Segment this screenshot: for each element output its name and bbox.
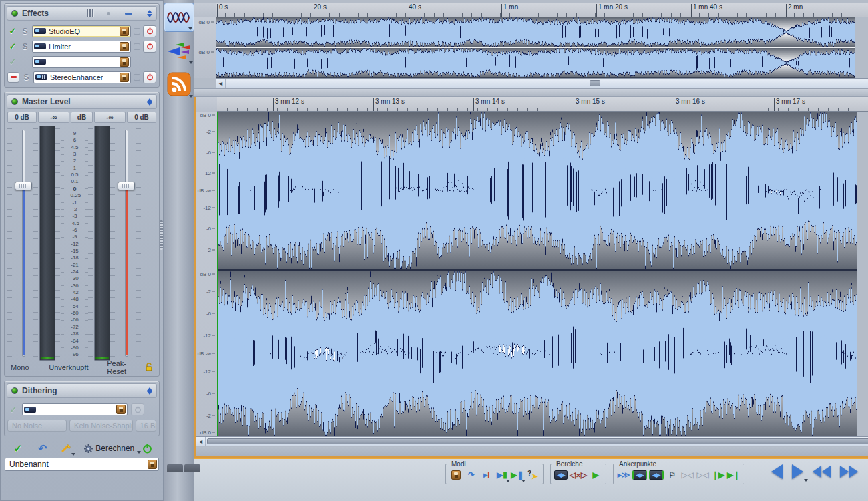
effect-power-button[interactable] <box>143 41 156 53</box>
drag-grip-icon[interactable] <box>87 9 93 17</box>
effect-enable-check[interactable]: ✓ <box>7 41 18 51</box>
preset-icon[interactable] <box>120 27 129 36</box>
bypass-box[interactable] <box>134 74 140 81</box>
play-button[interactable] <box>792 464 803 479</box>
overview-scroll-track[interactable] <box>226 79 868 88</box>
solo-button[interactable]: S <box>21 27 29 36</box>
dithering-option-button[interactable]: Kein Noise-Shaping <box>69 420 133 432</box>
tab-podcast-view[interactable] <box>164 69 194 99</box>
select-audio-button[interactable]: ◀▶ <box>554 468 568 482</box>
save-preset-icon[interactable] <box>148 460 157 469</box>
preset-icon[interactable] <box>116 405 126 414</box>
preset-icon[interactable] <box>120 73 129 82</box>
anchor-to-play-button[interactable]: ▷◁ <box>696 468 710 482</box>
preset-name-input[interactable] <box>9 460 148 469</box>
remove-effect-button[interactable] <box>7 72 19 83</box>
collapse-expand-icon[interactable] <box>147 98 152 106</box>
scroll-left-arrow-icon[interactable]: ◄ <box>216 79 226 88</box>
play-to-anchor-button[interactable]: ▷◁ <box>681 468 694 482</box>
db-unit-box[interactable]: dB <box>71 112 93 123</box>
main-time-ruler[interactable]: 3 mn 12 s3 mn 13 s3 mn 14 s3 mn 15 s3 mn… <box>217 97 868 112</box>
preset-icon[interactable] <box>120 57 129 67</box>
dithering-option-button[interactable]: No Noise <box>7 420 67 432</box>
preset-icon[interactable] <box>120 42 129 51</box>
effect-slot[interactable]: StereoEnhancer <box>33 71 131 84</box>
play-selection-button[interactable]: ▶ <box>589 468 602 482</box>
strip-tabs[interactable] <box>167 464 200 472</box>
anchor-wave-left-button[interactable]: ◀▶ <box>632 468 647 482</box>
anchor-flag-button[interactable]: ⚐ <box>666 468 679 482</box>
transport-controls <box>771 464 868 479</box>
solo-button[interactable]: S <box>22 73 31 82</box>
fader-value-box[interactable]: 0 dB <box>7 112 37 123</box>
dithering-header[interactable]: Dithering <box>7 383 157 398</box>
overview-scroll-thumb[interactable] <box>590 80 600 86</box>
ruler-minor-tick <box>595 13 596 17</box>
peak-reset-label[interactable]: Peak-Reset <box>107 359 145 375</box>
reset-button[interactable]: ↷ <box>35 442 50 455</box>
minimize-icon[interactable] <box>125 13 132 15</box>
effect-slot[interactable]: StudioEQ <box>32 25 131 37</box>
render-button[interactable]: Berechnen <box>84 444 140 453</box>
master-power-button[interactable] <box>140 442 154 455</box>
play-pause-button[interactable]: ▶▮ <box>495 468 509 482</box>
insert-marker-button[interactable]: ▸I <box>480 468 493 482</box>
rewind-button[interactable] <box>813 466 831 478</box>
main-scrollbar[interactable]: ◄ <box>196 436 868 446</box>
overview-waveform[interactable] <box>216 17 868 78</box>
tab-spectrum-view[interactable] <box>164 36 194 65</box>
play-stop-button[interactable]: ▶❚ <box>511 468 524 482</box>
effect-power-button[interactable] <box>143 25 156 37</box>
effect-enable-check[interactable]: ✓ <box>7 26 18 36</box>
dithering-slot[interactable] <box>22 403 128 415</box>
right-fader[interactable] <box>116 126 136 361</box>
master-level-header[interactable]: Master Level <box>7 94 157 109</box>
effect-slot[interactable]: Limiter <box>32 41 131 53</box>
play-from-anchor-button[interactable]: ❘▶ <box>712 468 725 482</box>
left-fader[interactable] <box>13 126 33 361</box>
apply-button[interactable]: ✓ <box>11 442 25 455</box>
effects-header[interactable]: Effects <box>7 6 157 21</box>
ruler-minor-tick <box>367 13 368 17</box>
effect-enable-check[interactable]: ✓ <box>7 57 18 67</box>
dithering-option-button[interactable]: 16 Bit <box>136 420 156 432</box>
select-audio-icon: ◀▶ <box>554 470 568 480</box>
overview-time-ruler[interactable]: 0 s20 s40 s1 mn1 mn 20 s1 mn 40 s2 mn <box>216 3 868 17</box>
main-waveform[interactable] <box>217 112 868 436</box>
preset-box-button[interactable] <box>449 468 463 482</box>
pane-splitter[interactable] <box>194 88 868 97</box>
main-scroll-thumb[interactable] <box>207 438 868 444</box>
effect-slot[interactable] <box>32 56 131 68</box>
forward-button[interactable] <box>840 466 858 478</box>
left-fader-knob[interactable] <box>15 182 32 190</box>
collapse-expand-icon[interactable] <box>147 10 152 17</box>
navigate-button[interactable]: ↷ <box>465 468 478 482</box>
play-until-anchor-button[interactable]: ▶❘ <box>727 468 740 482</box>
right-fader-knob[interactable] <box>118 182 135 190</box>
mono-label[interactable]: Mono <box>11 363 49 371</box>
bypass-box[interactable] <box>134 28 140 35</box>
anchor-wave-right-button[interactable]: ◀▶ <box>649 468 664 482</box>
collapse-expand-icon[interactable] <box>147 387 152 395</box>
peak-value-box[interactable]: -∞ <box>94 112 126 123</box>
anchor-play-button[interactable]: ▸≫ <box>617 468 630 482</box>
lock-icon[interactable] <box>145 363 153 373</box>
bypass-box[interactable] <box>134 43 140 50</box>
select-trim-button[interactable]: ◁✕▷ <box>570 468 587 482</box>
overview-scrollbar[interactable]: ◄ <box>216 78 868 88</box>
ruler-minor-tick <box>557 13 558 17</box>
ruler-minor-tick <box>358 13 359 17</box>
solo-button[interactable]: S <box>21 42 29 51</box>
tab-waveform-view[interactable] <box>164 3 194 32</box>
unlink-label[interactable]: Unverknüpft <box>49 363 107 371</box>
effect-power-button[interactable] <box>143 71 156 84</box>
scroll-left-arrow-icon[interactable]: ◄ <box>196 437 206 446</box>
settings-button[interactable] <box>60 442 75 455</box>
step-back-button[interactable] <box>771 464 783 479</box>
peak-value-box[interactable]: -∞ <box>38 112 69 123</box>
left-level-meter <box>39 126 55 361</box>
smart-cursor-button[interactable]: ?➤ <box>526 468 539 482</box>
main-scroll-track[interactable] <box>206 437 868 446</box>
fader-value-box[interactable]: 0 dB <box>127 112 156 123</box>
panel-splitter-grip[interactable] <box>160 220 163 250</box>
